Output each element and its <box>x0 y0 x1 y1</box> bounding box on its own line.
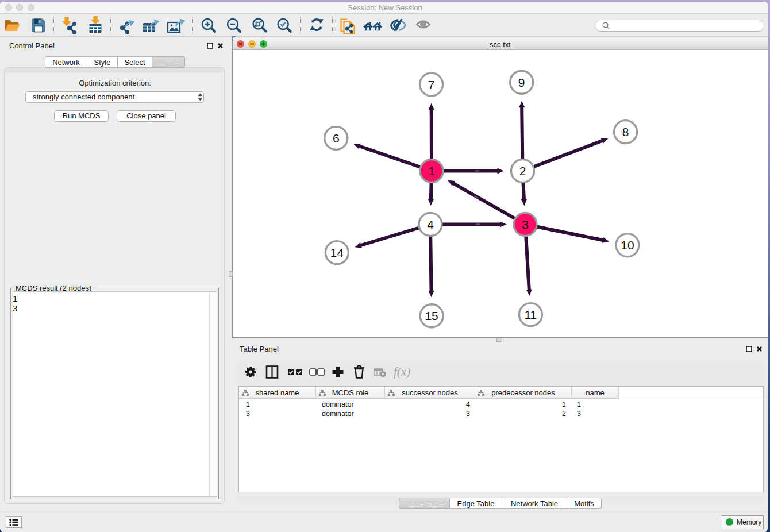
svg-text:6: 6 <box>333 132 340 145</box>
svg-text:15: 15 <box>425 309 438 322</box>
svg-text:1: 1 <box>428 164 435 178</box>
svg-text:8: 8 <box>622 125 629 138</box>
svg-text:3: 3 <box>522 218 529 231</box>
svg-text:4: 4 <box>427 218 434 231</box>
svg-text:10: 10 <box>621 238 634 252</box>
svg-text:f(x): f(x) <box>394 365 410 379</box>
svg-text:14: 14 <box>330 246 344 259</box>
svg-text:2: 2 <box>519 164 526 178</box>
svg-text:7: 7 <box>428 78 435 91</box>
svg-text:9: 9 <box>518 76 525 89</box>
svg-text:11: 11 <box>524 308 537 321</box>
